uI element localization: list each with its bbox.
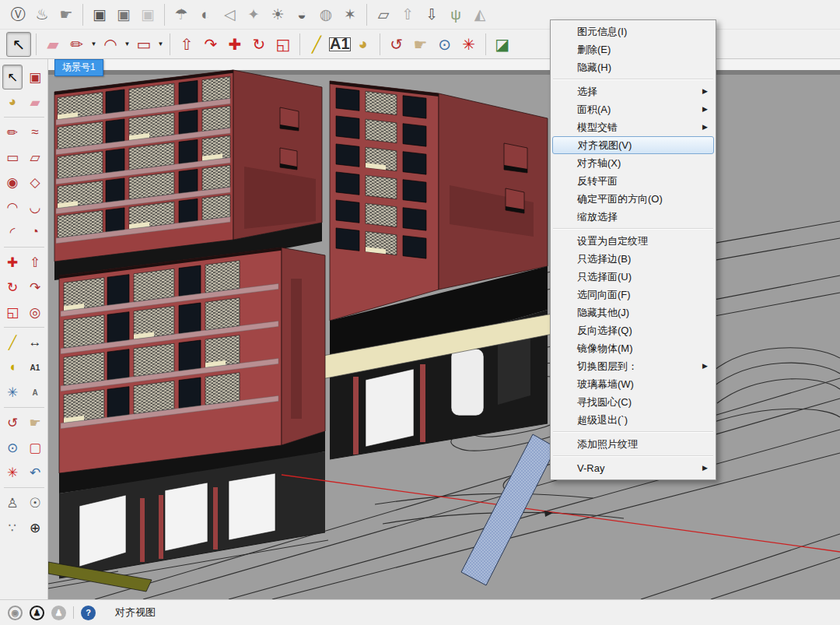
dimension-tool-icon[interactable]: ↔ bbox=[25, 330, 45, 355]
eraser-tool-icon[interactable]: ▰ bbox=[25, 90, 45, 114]
omni-light-icon[interactable]: ☀ bbox=[266, 3, 289, 26]
rotate-tool-icon[interactable]: ↻ bbox=[2, 275, 23, 300]
scene-tab[interactable]: 场景号1 bbox=[54, 59, 103, 76]
text-tool-icon[interactable]: A1 bbox=[25, 355, 45, 380]
arc-tool-dropdown-icon[interactable]: ▼ bbox=[123, 40, 131, 47]
styles-map-icon[interactable]: ◪ bbox=[491, 33, 514, 56]
menu-item-select-only-faces[interactable]: 只选择面(U) bbox=[552, 268, 714, 286]
fur-icon[interactable]: ψ bbox=[444, 3, 467, 26]
menu-item-intersect-faces[interactable]: 模型交错▶ bbox=[552, 118, 714, 136]
model-canvas[interactable] bbox=[48, 59, 840, 599]
followme-tool-icon[interactable]: ↷ bbox=[199, 33, 222, 56]
menu-item-make-unique-texture[interactable]: 设置为自定纹理 bbox=[552, 232, 714, 250]
frame-buffer-icon[interactable]: ▣ bbox=[88, 3, 111, 26]
render-icon[interactable]: ♨ bbox=[30, 3, 54, 26]
3d-viewport[interactable]: 场景号1 bbox=[48, 59, 840, 599]
zoom-tool-icon[interactable]: ⊙ bbox=[2, 435, 23, 460]
mesh-light-icon[interactable]: ◍ bbox=[314, 3, 338, 26]
building-left-lower[interactable] bbox=[48, 248, 328, 588]
paint-bucket-icon[interactable]: ◕ bbox=[352, 33, 375, 56]
vray-logo-icon[interactable]: Ⓥ bbox=[6, 3, 30, 26]
rotated-rectangle-tool-icon[interactable]: ▱ bbox=[25, 145, 45, 170]
menu-item-orient-faces[interactable]: 确定平面的方向(O) bbox=[552, 190, 714, 208]
menu-item-reverse-faces[interactable]: 反转平面 bbox=[552, 172, 714, 190]
line-tool-icon[interactable]: ✏ bbox=[2, 120, 23, 145]
dome-light-icon[interactable]: ☂ bbox=[170, 3, 193, 26]
menu-item-hide-others[interactable]: 隐藏其他(J) bbox=[552, 304, 714, 321]
two-point-arc-tool-icon[interactable]: ◡ bbox=[25, 195, 45, 219]
menu-item-erase[interactable]: 删除(E) bbox=[552, 40, 714, 58]
building-right[interactable] bbox=[330, 81, 548, 459]
tape-measure-icon[interactable]: ╱ bbox=[305, 33, 328, 56]
previous-view-icon[interactable]: ↶ bbox=[25, 460, 45, 485]
zoom-extents-icon[interactable]: ✳ bbox=[457, 33, 481, 56]
menu-item-add-photo-texture[interactable]: 添加照片纹理 bbox=[552, 435, 714, 453]
menu-item-align-view[interactable]: 对齐视图(V) bbox=[552, 136, 714, 154]
menu-item-align-axes[interactable]: 对齐轴(X) bbox=[552, 154, 714, 172]
menu-item-select-same-direction[interactable]: 选同向面(F) bbox=[552, 286, 714, 304]
pan-tool-icon[interactable]: ☛ bbox=[409, 33, 432, 56]
infinite-plane-icon[interactable]: ▱ bbox=[372, 3, 395, 26]
paint-bucket-icon[interactable]: ◕ bbox=[2, 90, 23, 114]
sphere-light-icon[interactable]: ◐ bbox=[194, 3, 217, 26]
zoom-window-tool-icon[interactable]: ▢ bbox=[25, 435, 45, 460]
menu-item-mirror-object[interactable]: 镜像物体(M) bbox=[552, 339, 714, 357]
menu-item-entity-info[interactable]: 图元信息(I) bbox=[552, 23, 714, 40]
walk-tool-icon[interactable]: ∵ bbox=[2, 515, 23, 540]
scale-tool-icon[interactable]: ◱ bbox=[271, 33, 295, 56]
threed-text-tool-icon[interactable]: A bbox=[25, 380, 45, 405]
clipper-icon[interactable]: ◭ bbox=[468, 3, 492, 26]
zoom-extents-icon[interactable]: ✳ bbox=[2, 460, 23, 485]
hemisphere-light-icon[interactable]: ◒ bbox=[290, 3, 313, 26]
pan-tool-icon[interactable]: ☛ bbox=[25, 410, 45, 435]
select-tool-icon[interactable]: ↖ bbox=[2, 65, 23, 90]
menu-item-glass-curtain-wall[interactable]: 玻璃幕墙(W) bbox=[552, 375, 714, 393]
circle-tool-icon[interactable]: ◉ bbox=[2, 170, 23, 195]
eraser-tool-icon[interactable]: ▰ bbox=[41, 33, 65, 56]
orbit-tool-icon[interactable]: ↺ bbox=[385, 33, 408, 56]
turn-around-icon[interactable]: ⊕ bbox=[25, 515, 45, 540]
rotate-tool-icon[interactable]: ↻ bbox=[247, 33, 271, 56]
menu-item-hide[interactable]: 隐藏(H) bbox=[552, 58, 714, 76]
spot-light-icon[interactable]: ◁ bbox=[218, 3, 241, 26]
freehand-tool-icon[interactable]: ≈ bbox=[25, 120, 45, 145]
polygon-tool-icon[interactable]: ◇ bbox=[25, 170, 45, 195]
rectangle-tool-icon[interactable]: ▭ bbox=[2, 145, 23, 170]
menu-item-super-exit[interactable]: 超级退出(`) bbox=[552, 411, 714, 429]
text-tool-icon[interactable]: A1 bbox=[329, 37, 351, 51]
batch-render-icon[interactable]: ▣ bbox=[112, 3, 135, 26]
position-camera-icon[interactable]: ♙ bbox=[2, 490, 23, 515]
line-tool-dropdown-icon[interactable]: ▼ bbox=[89, 40, 98, 47]
three-point-arc-tool-icon[interactable]: ◜ bbox=[2, 219, 23, 244]
axes-tool-icon[interactable]: ✳ bbox=[2, 380, 23, 405]
offset-tool-icon[interactable]: ◎ bbox=[25, 300, 45, 325]
sign-in-icon[interactable]: ♟ bbox=[51, 606, 66, 620]
rect-light-icon[interactable]: ✶ bbox=[338, 3, 362, 26]
interactive-render-icon[interactable]: ☛ bbox=[54, 3, 78, 26]
menu-item-area[interactable]: 面积(A)▶ bbox=[552, 100, 714, 118]
menu-item-find-center[interactable]: 寻找圆心(C) bbox=[552, 393, 714, 411]
move-tool-icon[interactable]: ✚ bbox=[2, 250, 23, 275]
geolocation-icon[interactable]: ◉ bbox=[8, 606, 23, 620]
ies-light-icon[interactable]: ✦ bbox=[242, 3, 265, 26]
line-tool-icon[interactable]: ✏ bbox=[65, 33, 89, 56]
move-tool-icon[interactable]: ✚ bbox=[223, 33, 247, 56]
protractor-tool-icon[interactable]: ◖ bbox=[2, 355, 23, 380]
tape-measure-icon[interactable]: ╱ bbox=[2, 330, 23, 355]
component-tool-icon[interactable]: ▣ bbox=[25, 65, 45, 90]
rectangle-tool-icon[interactable]: ▭ bbox=[132, 33, 156, 56]
followme-tool-icon[interactable]: ↷ bbox=[25, 275, 45, 300]
rectangle-tool-dropdown-icon[interactable]: ▼ bbox=[156, 40, 165, 47]
pushpull-tool-icon[interactable]: ⇧ bbox=[25, 250, 45, 275]
help-icon[interactable]: ? bbox=[81, 606, 96, 620]
arc-tool-icon[interactable]: ◠ bbox=[99, 33, 122, 56]
menu-item-move-to-layer[interactable]: 切换图层到：▶ bbox=[552, 357, 714, 375]
select-tool-icon[interactable]: ↖ bbox=[6, 32, 31, 57]
pie-tool-icon[interactable]: ◔ bbox=[25, 219, 45, 244]
arc-tool-icon[interactable]: ◠ bbox=[2, 195, 23, 219]
export-proxy-icon[interactable]: ⇧ bbox=[396, 3, 419, 26]
menu-item-invert-selection[interactable]: 反向选择(Q) bbox=[552, 321, 714, 339]
menu-item-zoom-selection[interactable]: 缩放选择 bbox=[552, 208, 714, 226]
locked-frame-buffer-icon[interactable]: ▣ bbox=[136, 3, 159, 26]
pushpull-tool-icon[interactable]: ⇧ bbox=[175, 33, 198, 56]
